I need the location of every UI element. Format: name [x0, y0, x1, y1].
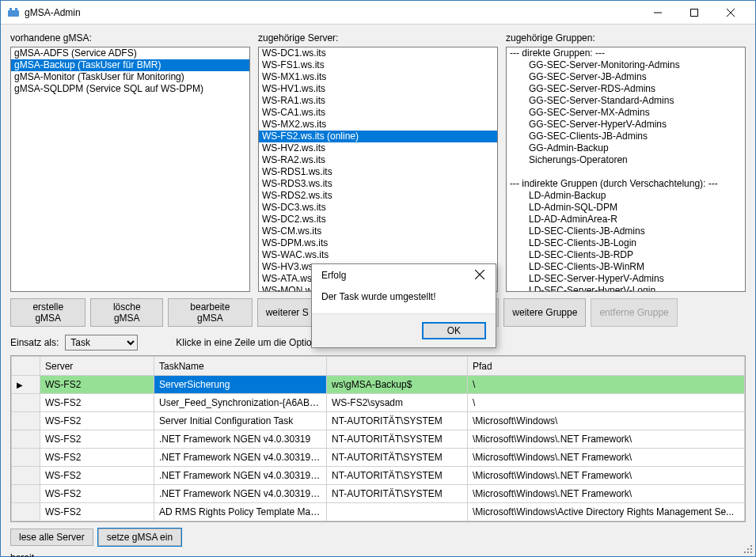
server-item[interactable]: WS-FS2.ws.its (online)	[259, 131, 497, 142]
cell-path[interactable]: \	[468, 376, 745, 394]
server-item[interactable]: WS-WAC.ws.its	[259, 249, 497, 261]
cell-task[interactable]: User_Feed_Synchronization-{A6AB57...	[154, 394, 327, 412]
server-item[interactable]: WS-HV1.ws.its	[259, 83, 497, 95]
server-item[interactable]: WS-RA1.ws.its	[259, 95, 497, 107]
group-item[interactable]: LD-SEC-Server-HyperV-Login	[507, 285, 745, 292]
server-item[interactable]: WS-DC2.ws.its	[259, 214, 497, 225]
cell-task[interactable]: .NET Framework NGEN v4.0.30319	[154, 430, 327, 449]
group-item[interactable]: Sicherungs-Operatoren	[507, 154, 745, 166]
read-all-servers-button[interactable]: lese alle Server	[10, 529, 93, 546]
server-item[interactable]: WS-FS1.ws.its	[259, 59, 497, 71]
cell-task[interactable]: AD RMS Rights Policy Template Mana...	[154, 503, 327, 521]
group-item[interactable]: LD-SEC-Server-HyperV-Admins	[507, 273, 745, 285]
group-item[interactable]: --- direkte Gruppen: ---	[507, 47, 745, 59]
cell-user[interactable]: NT-AUTORITÄT\SYSTEM	[327, 430, 468, 449]
server-item[interactable]: WS-CM.ws.its	[259, 225, 497, 237]
group-item[interactable]: --- indirekte Gruppen (durch Verschachte…	[507, 178, 745, 190]
einsatz-combo[interactable]: Task	[65, 335, 138, 350]
cell-path[interactable]: \Microsoft\Windows\.NET Framework\	[468, 485, 745, 503]
table-row[interactable]: WS-FS2.NET Framework NGEN v4.0.30319 C..…	[12, 485, 745, 503]
gmsa-item[interactable]: gMSA-ADFS (Service ADFS)	[11, 47, 249, 59]
group-item[interactable]: LD-SEC-Clients-JB-Admins	[507, 225, 745, 237]
server-item[interactable]: WS-DPM.ws.its	[259, 237, 497, 249]
cell-task[interactable]: .NET Framework NGEN v4.0.30319 6...	[154, 467, 327, 485]
cell-server[interactable]: WS-FS2	[40, 394, 154, 412]
group-listbox[interactable]: --- direkte Gruppen: ---GG-SEC-Server-Mo…	[506, 47, 746, 292]
col-taskname[interactable]: TaskName	[154, 357, 327, 376]
cell-task[interactable]: ServerSicherung	[154, 376, 327, 394]
group-item[interactable]: GG-SEC-Server-RDS-Admins	[507, 83, 745, 95]
group-item[interactable]	[507, 166, 745, 178]
table-row[interactable]: WS-FS2Server Initial Configuration TaskN…	[12, 412, 745, 430]
group-item[interactable]: LD-AD-AdminArea-R	[507, 214, 745, 225]
group-item[interactable]: GG-SEC-Server-Standard-Admins	[507, 95, 745, 107]
table-row[interactable]: WS-FS2AD RMS Rights Policy Template Mana…	[12, 503, 745, 521]
maximize-button[interactable]	[676, 1, 712, 25]
cell-user[interactable]: NT-AUTORITÄT\SYSTEM	[327, 467, 468, 485]
group-item[interactable]: GG-SEC-Server-JB-Admins	[507, 71, 745, 83]
server-item[interactable]: WS-MX1.ws.its	[259, 71, 497, 83]
cell-server[interactable]: WS-FS2	[40, 503, 154, 521]
add-server-button[interactable]: weiterer S	[257, 298, 317, 327]
table-row[interactable]: WS-FS2.NET Framework NGEN v4.0.30319 6..…	[12, 467, 745, 485]
gmsa-item[interactable]: gMSA-SQLDPM (Service SQL auf WS-DPM)	[11, 83, 249, 95]
cell-task[interactable]: .NET Framework NGEN v4.0.30319 64	[154, 449, 327, 467]
group-item[interactable]: LD-SEC-Clients-JB-Login	[507, 237, 745, 249]
server-item[interactable]: WS-RA2.ws.its	[259, 154, 497, 166]
dialog-ok-button[interactable]: OK	[422, 322, 486, 339]
cell-path[interactable]: \Microsoft\Windows\.NET Framework\	[468, 449, 745, 467]
cell-server[interactable]: WS-FS2	[40, 485, 154, 503]
cell-server[interactable]: WS-FS2	[40, 412, 154, 430]
table-row[interactable]: WS-FS2.NET Framework NGEN v4.0.30319NT-A…	[12, 430, 745, 449]
cell-user[interactable]: NT-AUTORITÄT\SYSTEM	[327, 485, 468, 503]
server-item[interactable]: WS-DC3.ws.its	[259, 202, 497, 214]
col-user[interactable]	[327, 357, 468, 376]
group-item[interactable]: GG-SEC-Clients-JB-Admins	[507, 131, 745, 142]
cell-server[interactable]: WS-FS2	[40, 430, 154, 449]
group-item[interactable]: GG-SEC-Server-Monitoring-Admins	[507, 59, 745, 71]
cell-user[interactable]: NT-AUTORITÄT\SYSTEM	[327, 412, 468, 430]
group-item[interactable]: GG-SEC-Server-HyperV-Admins	[507, 119, 745, 131]
cell-task[interactable]: Server Initial Configuration Task	[154, 412, 327, 430]
cell-path[interactable]: \Microsoft\Windows\.NET Framework\	[468, 467, 745, 485]
minimize-button[interactable]	[640, 1, 676, 25]
table-row[interactable]: WS-FS2User_Feed_Synchronization-{A6AB57.…	[12, 394, 745, 412]
group-item[interactable]: LD-Admin-SQL-DPM	[507, 202, 745, 214]
set-gmsa-button[interactable]: setze gMSA ein	[98, 529, 181, 546]
server-item[interactable]: WS-RDS1.ws.its	[259, 166, 497, 178]
server-item[interactable]: WS-RDS2.ws.its	[259, 190, 497, 202]
cell-path[interactable]: \	[468, 394, 745, 412]
cell-path[interactable]: \Microsoft\Windows\Active Directory Righ…	[468, 503, 745, 521]
gmsa-item[interactable]: gMSA-Backup (TaskUser für BMR)	[11, 59, 249, 71]
group-item[interactable]: LD-Admin-Backup	[507, 190, 745, 202]
cell-path[interactable]: \Microsoft\Windows\	[468, 412, 745, 430]
server-item[interactable]: WS-DC1.ws.its	[259, 47, 497, 59]
cell-user[interactable]	[327, 503, 468, 521]
task-grid[interactable]: Server TaskName Pfad ▶WS-FS2ServerSicher…	[10, 355, 746, 522]
cell-user[interactable]: ws\gMSA-Backup$	[327, 376, 468, 394]
cell-server[interactable]: WS-FS2	[40, 376, 154, 394]
server-item[interactable]: WS-MX2.ws.its	[259, 119, 497, 131]
cell-path[interactable]: \Microsoft\Windows\.NET Framework\	[468, 430, 745, 449]
cell-user[interactable]: NT-AUTORITÄT\SYSTEM	[327, 449, 468, 467]
resize-grip[interactable]	[743, 544, 754, 555]
create-gmsa-button[interactable]: erstelle gMSA	[10, 298, 85, 327]
cell-server[interactable]: WS-FS2	[40, 467, 154, 485]
add-group-button[interactable]: weitere Gruppe	[503, 298, 586, 327]
cell-task[interactable]: .NET Framework NGEN v4.0.30319 C...	[154, 485, 327, 503]
col-path[interactable]: Pfad	[468, 357, 745, 376]
table-row[interactable]: WS-FS2.NET Framework NGEN v4.0.30319 64N…	[12, 449, 745, 467]
delete-gmsa-button[interactable]: lösche gMSA	[90, 298, 163, 327]
dialog-close-button[interactable]	[472, 269, 488, 282]
close-button[interactable]	[712, 1, 749, 25]
table-row[interactable]: ▶WS-FS2ServerSicherungws\gMSA-Backup$\	[12, 376, 745, 394]
server-listbox[interactable]: WS-DC1.ws.itsWS-FS1.ws.itsWS-MX1.ws.itsW…	[258, 47, 498, 292]
gmsa-listbox[interactable]: gMSA-ADFS (Service ADFS)gMSA-Backup (Tas…	[10, 47, 250, 292]
server-item[interactable]: WS-CA1.ws.its	[259, 107, 497, 119]
col-server[interactable]: Server	[40, 357, 154, 376]
server-item[interactable]: WS-RDS3.ws.its	[259, 178, 497, 190]
server-item[interactable]: WS-HV2.ws.its	[259, 142, 497, 154]
group-item[interactable]: LD-SEC-Clients-JB-RDP	[507, 249, 745, 261]
gmsa-item[interactable]: gMSA-Monitor (TaskUser für Monitoring)	[11, 71, 249, 83]
edit-gmsa-button[interactable]: bearbeite gMSA	[168, 298, 253, 327]
